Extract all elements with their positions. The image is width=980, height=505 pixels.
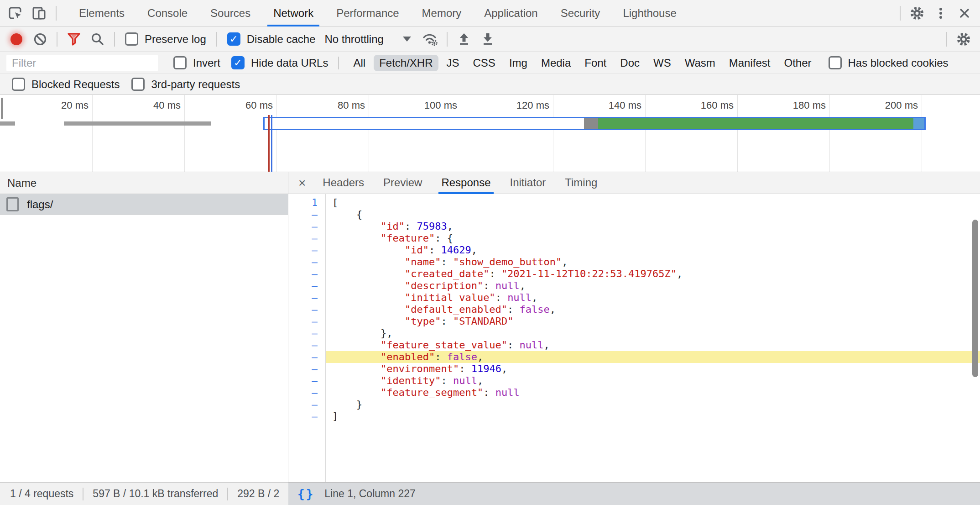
detail-tab-preview[interactable]: Preview <box>374 172 432 194</box>
type-filter-all[interactable]: All <box>348 55 371 71</box>
import-har-button[interactable] <box>452 29 476 50</box>
close-detail-button[interactable]: × <box>288 172 313 194</box>
timeline-gridline <box>645 95 646 172</box>
tab-elements[interactable]: Elements <box>68 0 136 26</box>
pretty-print-braces-icon[interactable]: {} <box>297 487 314 501</box>
timeline-tick-label: 160 ms <box>661 100 734 111</box>
toolbar-separator <box>114 32 115 47</box>
code-content: }, <box>326 327 980 339</box>
timeline-gridline <box>184 95 185 172</box>
disable-cache-checkbox[interactable] <box>227 32 240 46</box>
network-conditions-button[interactable] <box>418 29 442 50</box>
device-toolbar-button[interactable] <box>27 3 51 24</box>
filter-toggle-button[interactable] <box>62 29 86 50</box>
type-filter-doc[interactable]: Doc <box>615 55 645 71</box>
tab-performance[interactable]: Performance <box>325 0 410 26</box>
toolbar-separator <box>900 6 901 21</box>
tab-console[interactable]: Console <box>136 0 199 26</box>
detail-tab-timing[interactable]: Timing <box>555 172 607 194</box>
type-filter-wasm[interactable]: Wasm <box>679 55 721 71</box>
code-content: ] <box>326 410 980 422</box>
toolbar-separator <box>57 32 57 47</box>
token: [ <box>332 197 338 208</box>
detail-tabs: HeadersPreviewResponseInitiatorTiming <box>313 172 607 194</box>
line-number: – <box>288 292 326 304</box>
invert-checkbox[interactable] <box>173 56 187 69</box>
code-line: 1[ <box>288 197 980 209</box>
name-column-header[interactable]: Name <box>0 172 288 194</box>
token: , <box>501 363 507 374</box>
type-filter-ws[interactable]: WS <box>648 55 677 71</box>
close-devtools-button[interactable] <box>953 3 976 24</box>
network-settings-button[interactable] <box>952 29 975 50</box>
type-filter-other[interactable]: Other <box>778 55 817 71</box>
code-line: – "initial_value": null, <box>288 292 980 304</box>
type-filter-fetch-xhr[interactable]: Fetch/XHR <box>374 55 438 71</box>
selected-request-bar[interactable] <box>263 117 926 130</box>
line-number: – <box>288 410 326 422</box>
gear-icon <box>955 31 972 47</box>
filter-bar: Invert Hide data URLs AllFetch/XHRJSCSSI… <box>0 52 980 74</box>
inspect-element-button[interactable] <box>4 3 27 24</box>
status-bar: 1 / 4 requests597 B / 10.1 kB transferre… <box>0 482 980 505</box>
filter-input[interactable] <box>6 55 158 71</box>
response-viewer[interactable]: 1[– {– "id": 75983,– "feature": {– "id":… <box>288 194 980 482</box>
detail-tab-response[interactable]: Response <box>432 172 500 194</box>
token: : <box>483 387 495 398</box>
preserve-log-checkbox[interactable] <box>125 32 138 46</box>
search-network-button[interactable] <box>86 29 109 50</box>
detail-tab-headers[interactable]: Headers <box>313 172 374 194</box>
timeline-gridline <box>369 95 369 172</box>
token: 14629 <box>441 244 471 256</box>
token: "feature_state_value" <box>332 339 507 351</box>
clear-network-log-button[interactable] <box>28 29 52 50</box>
resource-type-filters: AllFetch/XHRJSCSSImgMediaFontDocWSWasmMa… <box>346 55 818 71</box>
vertical-scrollbar-thumb[interactable] <box>972 220 978 377</box>
toolbar-separator <box>56 6 57 21</box>
line-number: – <box>288 221 326 232</box>
network-overview-timeline[interactable]: 20 ms40 ms60 ms80 ms100 ms120 ms140 ms16… <box>0 95 980 172</box>
type-filter-media[interactable]: Media <box>536 55 576 71</box>
tab-network[interactable]: Network <box>262 0 325 26</box>
line-number: – <box>288 387 326 399</box>
detail-tab-initiator[interactable]: Initiator <box>500 172 556 194</box>
code-content: "identity": null, <box>326 375 980 387</box>
token: }, <box>332 327 392 339</box>
disable-cache-label: Disable cache <box>247 33 316 46</box>
token: , <box>562 256 568 268</box>
code-content: "feature_segment": null <box>326 387 980 399</box>
timeline-left-notch <box>1 98 3 119</box>
third-party-requests-checkbox[interactable] <box>131 78 145 91</box>
tab-memory[interactable]: Memory <box>411 0 473 26</box>
tab-security[interactable]: Security <box>549 0 612 26</box>
more-options-button[interactable] <box>929 3 953 24</box>
hide-data-urls-checkbox[interactable] <box>231 56 245 69</box>
timeline-tick-label: 180 ms <box>753 100 826 111</box>
network-summary-bar: 1 / 4 requests597 B / 10.1 kB transferre… <box>0 482 288 505</box>
has-blocked-cookies-checkbox[interactable] <box>829 56 842 69</box>
request-row-flags[interactable]: flags/ <box>0 194 288 215</box>
token: : <box>441 375 453 386</box>
tab-sources[interactable]: Sources <box>199 0 262 26</box>
search-icon <box>90 32 105 47</box>
tab-application[interactable]: Application <box>473 0 549 26</box>
token: "description" <box>332 280 483 291</box>
throttling-dropdown[interactable]: No throttling <box>324 33 411 46</box>
code-content: "feature_state_value": null, <box>326 339 980 351</box>
settings-button[interactable] <box>905 3 929 24</box>
token: : <box>441 316 453 327</box>
token: "id" <box>332 221 405 232</box>
type-filter-font[interactable]: Font <box>579 55 612 71</box>
record-network-log-button[interactable] <box>5 29 28 50</box>
type-filter-manifest[interactable]: Manifest <box>724 55 776 71</box>
has-blocked-cookies-label: Has blocked cookies <box>848 57 949 69</box>
line-number: – <box>288 399 326 410</box>
code-line: – }, <box>288 327 980 339</box>
export-har-button[interactable] <box>476 29 500 50</box>
type-filter-js[interactable]: JS <box>441 55 465 71</box>
blocked-requests-checkbox[interactable] <box>12 78 25 91</box>
tab-lighthouse[interactable]: Lighthouse <box>611 0 688 26</box>
type-filter-css[interactable]: CSS <box>468 55 501 71</box>
type-filter-img[interactable]: Img <box>504 55 533 71</box>
timeline-tick-label: 60 ms <box>200 100 273 111</box>
